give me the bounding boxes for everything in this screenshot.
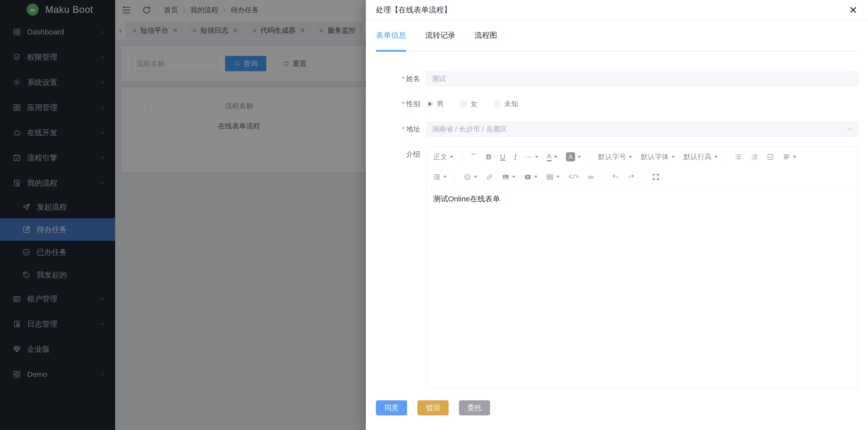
caret-down-icon xyxy=(474,176,477,178)
required-asterisk: * xyxy=(402,125,405,133)
approve-button[interactable]: 同意 xyxy=(376,400,407,415)
close-icon[interactable]: ✕ xyxy=(849,5,858,15)
form-item-address: *地址 湖南省 / 长沙市 / 岳麓区 xyxy=(376,122,858,137)
radio-label: 女 xyxy=(470,99,477,109)
fullscreen-icon[interactable] xyxy=(648,171,664,183)
address-label: *地址 xyxy=(376,122,426,137)
caret-down-icon xyxy=(512,176,516,178)
process-form: *姓名 *性别 男 女 xyxy=(376,71,858,389)
radio-dot-icon xyxy=(426,101,433,108)
editor-toolbar-row-1: 正文 “ B U I ⋯ A A 默认字号 xyxy=(427,147,858,167)
bullet-list-icon[interactable] xyxy=(730,151,746,163)
todo-list-icon[interactable] xyxy=(763,151,778,163)
blockquote-icon[interactable]: “ xyxy=(466,153,482,160)
toolbar-divider xyxy=(726,151,726,162)
caret-down-icon xyxy=(534,176,537,178)
drawer-header: 处理【在线表单流程】 ✕ xyxy=(366,0,868,20)
chevron-down-icon xyxy=(846,126,853,133)
radio-unknown[interactable]: 未知 xyxy=(494,99,518,109)
drawer-tabs: 表单信息 流转记录 流程图 xyxy=(376,30,858,52)
radio-male[interactable]: 男 xyxy=(426,99,444,109)
paragraph-style-dropdown[interactable]: 正文 xyxy=(429,151,458,163)
toolbar-divider xyxy=(589,151,590,162)
caret-down-icon xyxy=(450,156,453,158)
code-block-icon[interactable]: </> xyxy=(564,171,583,183)
video-dropdown[interactable] xyxy=(520,171,542,183)
emoji-dropdown[interactable] xyxy=(459,171,482,183)
address-select[interactable]: 湖南省 / 长沙市 / 岳麓区 xyxy=(426,122,858,137)
caret-down-icon xyxy=(554,156,557,158)
editor-toolbar-row-2: </> xyxy=(427,167,858,187)
indent-dropdown[interactable] xyxy=(429,171,451,183)
app-root: Maku Boot Dashboard 权限管理 系统设置 应用管理 xyxy=(0,0,868,430)
caret-down-icon xyxy=(578,156,581,158)
delegate-button[interactable]: 委托 xyxy=(459,400,490,415)
rich-text-editor: 正文 “ B U I ⋯ A A 默认字号 xyxy=(426,147,858,389)
reject-button[interactable]: 驳回 xyxy=(417,400,448,415)
toolbar-divider xyxy=(462,151,462,162)
intro-label: 介绍 xyxy=(376,147,426,389)
radio-label: 未知 xyxy=(504,99,518,109)
form-item-name: *姓名 xyxy=(376,71,858,86)
caret-down-icon xyxy=(671,156,675,158)
name-label: *姓名 xyxy=(376,71,426,86)
italic-icon[interactable]: I xyxy=(510,151,521,163)
underline-icon[interactable]: U xyxy=(496,151,510,163)
caret-down-icon xyxy=(714,156,718,158)
undo-icon[interactable] xyxy=(607,171,623,183)
drawer-body: 表单信息 流转记录 流程图 *姓名 *性别 xyxy=(366,30,868,415)
name-input[interactable] xyxy=(426,71,858,86)
font-size-dropdown[interactable]: 默认字号 xyxy=(594,151,637,163)
gender-radio-group: 男 女 未知 xyxy=(426,96,858,112)
caret-down-icon xyxy=(443,176,447,178)
image-dropdown[interactable] xyxy=(498,171,520,183)
font-color-dropdown[interactable]: A xyxy=(542,151,562,163)
tab-flow-diagram[interactable]: 流程图 xyxy=(474,30,497,51)
form-item-intro: 介绍 正文 “ B U I ⋯ A xyxy=(376,147,858,389)
gender-label: *性别 xyxy=(376,96,426,112)
tab-form-info[interactable]: 表单信息 xyxy=(376,30,406,52)
table-dropdown[interactable] xyxy=(542,171,564,183)
radio-label: 男 xyxy=(437,99,444,109)
horizontal-rule-icon[interactable] xyxy=(583,171,599,183)
background-color-dropdown[interactable]: A xyxy=(562,151,585,163)
bold-icon[interactable]: B xyxy=(482,151,496,163)
caret-down-icon xyxy=(556,176,560,178)
align-dropdown[interactable] xyxy=(778,151,801,163)
radio-dot-icon xyxy=(460,101,467,108)
redo-icon[interactable] xyxy=(623,171,640,183)
line-height-dropdown[interactable]: 默认行高 xyxy=(679,151,722,163)
numbered-list-icon[interactable] xyxy=(746,151,763,163)
drawer-title: 处理【在线表单流程】 xyxy=(376,5,451,15)
tab-flow-records[interactable]: 流转记录 xyxy=(425,30,455,51)
drawer-actions: 同意 驳回 委托 xyxy=(376,400,858,415)
caret-down-icon xyxy=(535,156,538,158)
address-select-value: 湖南省 / 长沙市 / 岳麓区 xyxy=(426,122,858,137)
radio-dot-icon xyxy=(494,101,501,108)
more-styles-dropdown[interactable]: ⋯ xyxy=(521,151,542,163)
form-item-gender: *性别 男 女 未知 xyxy=(376,96,858,112)
toolbar-divider xyxy=(603,171,603,182)
required-asterisk: * xyxy=(402,75,405,83)
caret-down-icon xyxy=(629,156,632,158)
caret-down-icon xyxy=(793,156,796,158)
font-family-dropdown[interactable]: 默认字体 xyxy=(637,151,679,163)
process-drawer: 处理【在线表单流程】 ✕ 表单信息 流转记录 流程图 *姓名 *性别 xyxy=(366,0,868,430)
editor-content[interactable]: 测试Online在线表单 xyxy=(427,187,858,389)
required-asterisk: * xyxy=(402,100,405,108)
link-icon[interactable] xyxy=(482,171,498,183)
radio-female[interactable]: 女 xyxy=(460,99,477,109)
